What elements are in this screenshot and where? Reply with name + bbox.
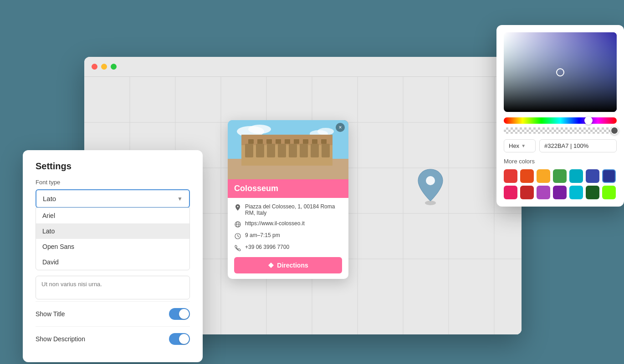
card-details: Piazza del Colosseo, 1, 00184 Roma RM, I… (228, 198, 348, 257)
hours-row: 9 am–7:15 pm (234, 232, 342, 240)
svg-rect-32 (248, 139, 254, 144)
font-option-ariel[interactable]: Ariel (36, 208, 189, 223)
chevron-down-icon: ▼ (521, 143, 526, 148)
website-row: https://www.il-colosseo.it (234, 220, 342, 228)
address-text: Piazza del Colosseo, 1, 00184 Roma RM, I… (245, 203, 342, 216)
color-swatches (504, 169, 617, 199)
chevron-down-icon: ▼ (177, 196, 183, 202)
colosseum-illustration (228, 120, 348, 179)
svg-point-20 (317, 128, 334, 135)
website-text: https://www.il-colosseo.it (245, 220, 305, 227)
swatch-lime[interactable] (602, 186, 616, 199)
svg-rect-34 (266, 139, 272, 144)
svg-rect-35 (276, 139, 281, 144)
svg-line-47 (238, 236, 239, 237)
hex-format-select[interactable]: Hex ▼ (504, 139, 536, 152)
swatch-darkpurple[interactable] (553, 186, 567, 199)
hue-slider[interactable] (504, 117, 617, 124)
more-colors-label: More colors (504, 158, 617, 165)
font-option-opensans[interactable]: Open Sans (36, 239, 189, 254)
hex-value-text: #322BA7 | 100% (544, 142, 588, 149)
svg-point-18 (248, 125, 271, 134)
svg-rect-36 (285, 139, 290, 144)
svg-rect-41 (241, 135, 332, 139)
svg-rect-28 (289, 144, 297, 157)
card-title-bar: Colosseum (228, 179, 348, 198)
show-title-toggle[interactable] (169, 308, 190, 320)
traffic-light-yellow[interactable] (101, 64, 107, 70)
alpha-thumb[interactable] (610, 126, 619, 135)
show-description-label: Show Description (36, 335, 85, 343)
swatch-pink[interactable] (504, 186, 517, 199)
swatch-indigo[interactable] (586, 169, 599, 183)
info-card: × (228, 120, 348, 279)
color-row-2 (504, 186, 617, 199)
font-type-label: Font type (36, 179, 190, 186)
globe-icon (234, 221, 241, 228)
svg-rect-31 (322, 144, 330, 157)
svg-rect-30 (311, 144, 319, 157)
location-icon (234, 204, 241, 211)
show-description-toggle[interactable] (169, 333, 190, 345)
settings-panel: Settings Font type Lato ▼ Ariel Lato Ope… (23, 150, 203, 362)
show-title-label: Show Title (36, 310, 65, 318)
svg-rect-26 (267, 144, 275, 157)
show-description-row: Show Description (36, 326, 190, 351)
font-option-david[interactable]: David (36, 254, 189, 270)
swatch-darkred[interactable] (520, 186, 534, 199)
card-title: Colosseum (234, 184, 342, 193)
hex-format-label: Hex (509, 142, 519, 149)
font-dropdown-list: Ariel Lato Open Sans David (36, 207, 190, 270)
hex-row: Hex ▼ #322BA7 | 100% (504, 139, 617, 152)
picker-circle[interactable] (556, 68, 564, 76)
color-gradient[interactable] (504, 32, 617, 112)
color-row-1 (504, 169, 617, 183)
show-title-row: Show Title (36, 301, 190, 326)
card-image (228, 120, 348, 179)
swatch-purple[interactable] (537, 186, 550, 199)
phone-icon (234, 244, 241, 252)
swatch-red[interactable] (504, 169, 517, 183)
svg-rect-29 (300, 144, 308, 157)
svg-rect-38 (303, 139, 308, 144)
diamond-icon (268, 262, 274, 268)
svg-point-15 (426, 176, 435, 185)
alpha-slider[interactable] (504, 127, 617, 134)
swatch-green[interactable] (553, 169, 567, 183)
directions-button[interactable]: Directions (234, 257, 342, 273)
svg-rect-25 (256, 144, 264, 157)
address-row: Piazza del Colosseo, 1, 00184 Roma RM, I… (234, 203, 342, 216)
swatch-teal[interactable] (569, 169, 583, 183)
swatch-yellow[interactable] (537, 169, 550, 183)
pin-svg (414, 166, 446, 207)
svg-rect-39 (312, 139, 317, 144)
swatch-darkgreen[interactable] (586, 186, 599, 199)
color-picker-panel: Hex ▼ #322BA7 | 100% More colors (496, 25, 624, 207)
traffic-light-green[interactable] (111, 64, 117, 70)
swatch-cyan[interactable] (569, 186, 583, 199)
phone-text: +39 06 3996 7700 (245, 244, 289, 250)
description-textarea[interactable] (36, 276, 190, 299)
svg-rect-33 (257, 139, 263, 144)
svg-rect-40 (321, 139, 327, 144)
font-dropdown[interactable]: Lato ▼ (36, 189, 190, 208)
svg-rect-24 (245, 144, 253, 157)
swatch-darkblue[interactable] (602, 169, 616, 183)
phone-row: +39 06 3996 7700 (234, 244, 342, 252)
hex-value-input[interactable]: #322BA7 | 100% (539, 139, 617, 152)
traffic-lights (92, 64, 117, 70)
hours-text: 9 am–7:15 pm (245, 232, 280, 238)
font-option-lato[interactable]: Lato (36, 223, 189, 239)
clock-icon (234, 233, 241, 240)
settings-title: Settings (36, 161, 190, 172)
hue-thumb[interactable] (584, 116, 593, 125)
selected-font: Lato (43, 195, 56, 202)
traffic-light-red[interactable] (92, 64, 97, 70)
swatch-orange[interactable] (520, 169, 534, 183)
browser-titlebar (84, 57, 522, 77)
close-button[interactable]: × (336, 123, 345, 132)
svg-rect-27 (278, 144, 286, 157)
map-pin[interactable] (414, 166, 446, 208)
svg-rect-37 (294, 139, 299, 144)
